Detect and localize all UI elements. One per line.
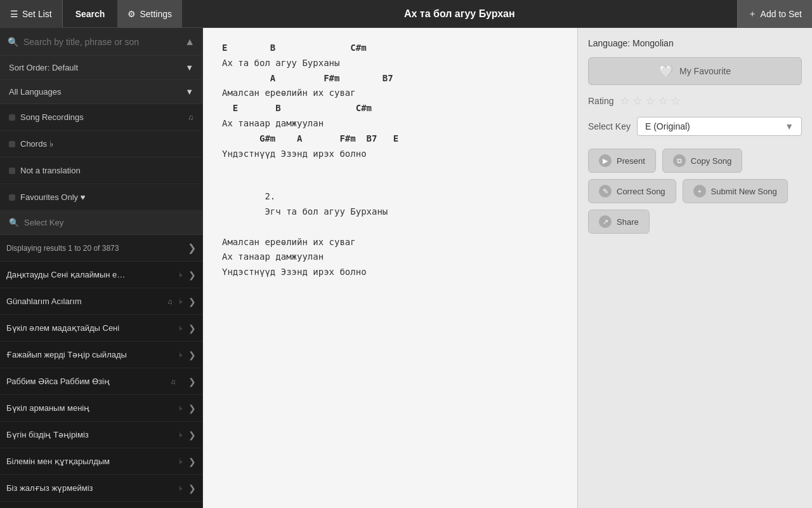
list-item[interactable]: Білемін мен құтқарылдым♭❯ — [0, 448, 202, 475]
results-info: Displaying results 1 to 20 of 3873 ❯ — [0, 235, 202, 262]
song-name: Біз жалғыз жүрмейміз — [6, 483, 175, 493]
share-label: Share — [617, 217, 639, 227]
song-chevron-icon: ❯ — [188, 377, 196, 387]
verse2-lyric2: Амалсан ереөлийн их суваг — [222, 235, 558, 250]
search-input[interactable] — [23, 37, 185, 47]
song-chevron-icon: ❯ — [188, 457, 196, 467]
list-item[interactable]: Бүкіл арманым менің♭❯ — [0, 395, 202, 422]
star-rating[interactable]: ☆ ☆ ☆ ☆ ☆ — [620, 94, 681, 108]
set-list-button[interactable]: ☰ Set List — [0, 0, 63, 28]
verse2-label: 2. — [265, 191, 275, 201]
favourite-button[interactable]: 🤍 My Favourite — [588, 57, 802, 85]
song-name: Бүгін біздің Тәңіріміз — [6, 430, 175, 439]
song-chevron-icon: ❯ — [188, 323, 196, 333]
verse1-lyric4: Үндэстнүүд Эзэнд ирэх болно — [222, 147, 558, 162]
present-button[interactable]: ▶ Present — [588, 149, 656, 173]
copy-song-label: Copy Song — [691, 156, 731, 166]
right-panel: Language: Mongolian 🤍 My Favourite Ratin… — [577, 28, 812, 508]
submit-icon: + — [693, 185, 706, 197]
languages-chevron-icon: ▼ — [185, 87, 193, 97]
settings-gear-icon: ⚙ — [128, 9, 136, 19]
verse1-chord2: A F#m B7 — [222, 71, 558, 86]
list-item[interactable]: Ғажайып жерді Тәңір сыйлады♭❯ — [0, 342, 202, 368]
correct-icon: ✎ — [599, 185, 612, 197]
search-button[interactable]: Search — [63, 0, 118, 28]
settings-button[interactable]: ⚙ Settings — [117, 0, 182, 28]
song-list: Даңктауды Сені қалаймын е…♭❯Günahlarım A… — [0, 262, 202, 508]
list-item[interactable]: Günahlarım Acılarım♫♭❯ — [0, 288, 202, 315]
song-badge: ♭ — [179, 484, 182, 492]
toggle-indicator-favourites — [9, 194, 15, 201]
verse2-lyric1: Эгч та бол агуу Бурханы — [265, 206, 388, 217]
key-select-label: Select Key — [588, 121, 631, 131]
settings-label: Settings — [140, 9, 172, 19]
correct-song-label: Correct Song — [617, 187, 665, 196]
search-bar: 🔍 ▲ — [0, 28, 202, 56]
key-dropdown[interactable]: E (Original) ▼ — [637, 117, 802, 136]
present-label: Present — [617, 156, 645, 166]
verse1-chord1: E B C#m — [222, 41, 558, 56]
song-name: Бүкіл әлем мадақтайды Сені — [6, 323, 175, 333]
song-lyrics: E B C#m Ах та бол агуу Бурханы A F#m B7 … — [222, 41, 558, 280]
present-icon: ▶ — [599, 154, 612, 167]
sort-order-chevron-icon: ▼ — [185, 63, 193, 72]
results-next-icon[interactable]: ❯ — [188, 242, 196, 254]
top-bar: ☰ Set List Search ⚙ Settings Ах та бол а… — [0, 0, 812, 28]
song-recordings-toggle[interactable]: Song Recordings ♫ — [0, 104, 202, 131]
list-item[interactable]: Біз жалғыз жүрмейміз♭❯ — [0, 475, 202, 502]
list-item[interactable]: Раббим Әйса Раббим Өзің♫❯ — [0, 368, 202, 395]
language-label: Language: Mongolian — [588, 38, 802, 48]
list-item[interactable]: Даңктауды Сені қалаймын е…♭❯ — [0, 262, 202, 288]
favourite-label: My Favourite — [679, 66, 731, 76]
select-key-bar[interactable]: 🔍 Select Key — [0, 211, 202, 235]
song-badge: ♭ — [179, 457, 182, 465]
star-2[interactable]: ☆ — [632, 94, 643, 108]
all-languages-button[interactable]: All Languages ▼ — [0, 80, 202, 104]
star-4[interactable]: ☆ — [658, 94, 668, 108]
star-3[interactable]: ☆ — [645, 94, 655, 108]
not-a-translation-toggle[interactable]: Not a translation — [0, 157, 202, 184]
song-name: Günahlarım Acılarım — [6, 297, 167, 306]
verse1-lyric2: Амалсан ереөлийн их суваг — [222, 86, 558, 101]
select-key-placeholder: Select Key — [24, 218, 63, 227]
song-badge: ♭ — [179, 404, 182, 412]
sort-order-label: Sort Order: Default — [9, 63, 78, 72]
favourites-only-toggle[interactable]: Favourites Only ♥ — [0, 184, 202, 211]
star-1[interactable]: ☆ — [620, 94, 630, 108]
submit-new-song-button[interactable]: + Submit New Song — [683, 179, 788, 203]
toggle-indicator-translation — [9, 168, 15, 174]
results-text: Displaying results 1 to 20 of 3873 — [6, 244, 119, 253]
add-to-set-label: Add to Set — [761, 9, 802, 19]
list-item[interactable]: Бүкіл әлем мадақтайды Сені♭❯ — [0, 315, 202, 342]
verse2-lyric3: Ах танаар дамжуулан — [222, 250, 558, 265]
rating-label: Rating — [588, 96, 613, 106]
chords-label: Chords ♭ — [20, 139, 53, 149]
song-badge: ♭ — [179, 431, 182, 439]
verse1-chord4: G#m A F#m B7 E — [222, 131, 558, 147]
song-badge: ♭ — [179, 351, 182, 359]
add-to-set-button[interactable]: ＋ Add to Set — [737, 0, 812, 28]
star-5[interactable]: ☆ — [671, 94, 681, 108]
sort-order-button[interactable]: Sort Order: Default ▼ — [0, 56, 202, 80]
key-search-icon: 🔍 — [9, 218, 19, 227]
key-value: E (Original) — [645, 121, 690, 131]
collapse-button[interactable]: ▲ — [185, 36, 195, 48]
list-item[interactable]: Бүгін біздің Тәңіріміз♭❯ — [0, 422, 202, 448]
sidebar: 🔍 ▲ Sort Order: Default ▼ All Languages … — [0, 28, 203, 508]
chords-toggle[interactable]: Chords ♭ — [0, 131, 202, 157]
set-list-label: Set List — [22, 9, 52, 19]
heart-icon: 🤍 — [659, 64, 673, 78]
song-name: Білемін мен құтқарылдым — [6, 457, 175, 466]
verse-break — [222, 161, 558, 174]
song-name: Раббим Әйса Раббим Өзің — [6, 377, 171, 386]
page-title: Ах та бол агуу Бурхан — [182, 8, 737, 20]
share-button[interactable]: ↗ Share — [588, 210, 650, 234]
search-label: Search — [75, 9, 105, 19]
verse1-lyric3: Ах танаар дамжуулан — [222, 116, 558, 131]
verse2-label-line: 2. Эгч та бол агуу Бурханы — [222, 174, 558, 234]
toggle-indicator-chords — [9, 141, 15, 147]
song-chevron-icon: ❯ — [188, 403, 196, 413]
song-chevron-icon: ❯ — [188, 350, 196, 360]
copy-song-button[interactable]: ⧉ Copy Song — [662, 149, 742, 173]
correct-song-button[interactable]: ✎ Correct Song — [588, 179, 676, 203]
